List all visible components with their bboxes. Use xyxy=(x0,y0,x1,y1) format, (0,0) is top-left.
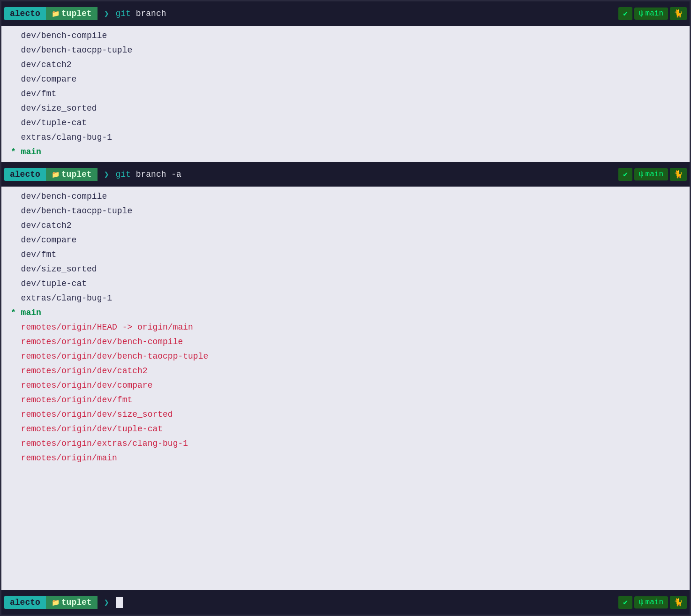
prompt-right-3: ✔ main 🐈 xyxy=(618,596,687,609)
output-section-1: dev/bench-compile dev/bench-taocpp-tuple… xyxy=(1,26,690,162)
branch-name-2: main xyxy=(646,170,663,179)
output-line-1-5: dev/fmt xyxy=(1,87,690,101)
terminal: alecto tuplet ❯ git branch ✔ main 🐈 dev/… xyxy=(0,0,691,616)
prompt-cmd-2: git branch -a xyxy=(115,170,618,179)
output-line-2-2: dev/bench-taocpp-tuple xyxy=(1,204,690,218)
output-line-2-10: remotes/origin/HEAD -> origin/main xyxy=(1,320,690,335)
branch-keyword-1: branch xyxy=(136,9,166,18)
output-line-1-7: dev/tuple-cat xyxy=(1,116,690,130)
output-line-1-3: dev/catch2 xyxy=(1,58,690,72)
prompt-user-3: alecto xyxy=(4,596,46,609)
branch-badge-1: main xyxy=(634,8,668,20)
prompt-bar-3[interactable]: alecto tuplet ❯ ✔ main 🐈 xyxy=(1,590,690,615)
prompt-cmd-1: git branch xyxy=(115,9,618,18)
git-keyword-1: git xyxy=(115,9,135,18)
prompt-bar-2: alecto tuplet ❯ git branch -a ✔ main 🐈 xyxy=(1,162,690,187)
prompt-dir-3: tuplet xyxy=(46,596,98,609)
output-line-1-8: extras/clang-bug-1 xyxy=(1,130,690,145)
output-section-2: dev/bench-compile dev/bench-taocpp-tuple… xyxy=(1,187,690,468)
output-line-1-6: dev/size_sorted xyxy=(1,101,690,116)
branch-name-1: main xyxy=(646,9,663,18)
checkmark-badge-2: ✔ xyxy=(618,168,632,181)
output-line-2-8: extras/clang-bug-1 xyxy=(1,291,690,306)
branch-a-keyword-2: branch -a xyxy=(136,170,181,179)
output-line-2-19: remotes/origin/main xyxy=(1,451,690,466)
output-line-2-9: * main xyxy=(1,306,690,320)
prompt-user-2: alecto xyxy=(4,168,46,181)
output-line-2-16: remotes/origin/dev/size_sorted xyxy=(1,407,690,422)
output-line-2-6: dev/size_sorted xyxy=(1,262,690,277)
prompt-dir-1: tuplet xyxy=(46,7,98,20)
output-line-2-4: dev/compare xyxy=(1,233,690,248)
prompt-right-2: ✔ main 🐈 xyxy=(618,168,687,181)
prompt-arrow-1: ❯ xyxy=(101,8,112,19)
output-line-1-2: dev/bench-taocpp-tuple xyxy=(1,43,690,58)
output-line-1-4: dev/compare xyxy=(1,72,690,87)
output-line-2-18: remotes/origin/extras/clang-bug-1 xyxy=(1,436,690,451)
checkmark-badge-3: ✔ xyxy=(618,596,632,609)
checkmark-badge-1: ✔ xyxy=(618,7,632,20)
output-line-2-3: dev/catch2 xyxy=(1,218,690,233)
output-line-2-17: remotes/origin/dev/tuple-cat xyxy=(1,422,690,436)
cat-icon-2: 🐈 xyxy=(670,168,687,181)
prompt-dir-2: tuplet xyxy=(46,168,98,181)
output-line-2-15: remotes/origin/dev/fmt xyxy=(1,393,690,407)
cat-icon-3: 🐈 xyxy=(670,596,687,609)
output-line-2-7: dev/tuple-cat xyxy=(1,277,690,291)
prompt-arrow-2: ❯ xyxy=(101,169,112,180)
prompt-user-1: alecto xyxy=(4,7,46,20)
prompt-arrow-3: ❯ xyxy=(101,597,112,608)
branch-badge-3: main xyxy=(634,596,668,608)
output-line-2-5: dev/fmt xyxy=(1,248,690,262)
prompt-right-1: ✔ main 🐈 xyxy=(618,7,687,20)
output-line-2-1: dev/bench-compile xyxy=(1,189,690,204)
branch-name-3: main xyxy=(646,598,663,607)
prompt-bar-1: alecto tuplet ❯ git branch ✔ main 🐈 xyxy=(1,1,690,26)
output-line-1-1: dev/bench-compile xyxy=(1,29,690,43)
git-keyword-2: git xyxy=(115,170,135,179)
output-line-2-11: remotes/origin/dev/bench-compile xyxy=(1,335,690,349)
output-line-2-12: remotes/origin/dev/bench-taocpp-tuple xyxy=(1,349,690,364)
output-line-1-9: * main xyxy=(1,145,690,159)
output-line-2-14: remotes/origin/dev/compare xyxy=(1,378,690,393)
output-line-2-13: remotes/origin/dev/catch2 xyxy=(1,364,690,378)
cursor-block[interactable] xyxy=(116,597,123,608)
branch-badge-2: main xyxy=(634,168,668,180)
cat-icon-1: 🐈 xyxy=(670,7,687,20)
